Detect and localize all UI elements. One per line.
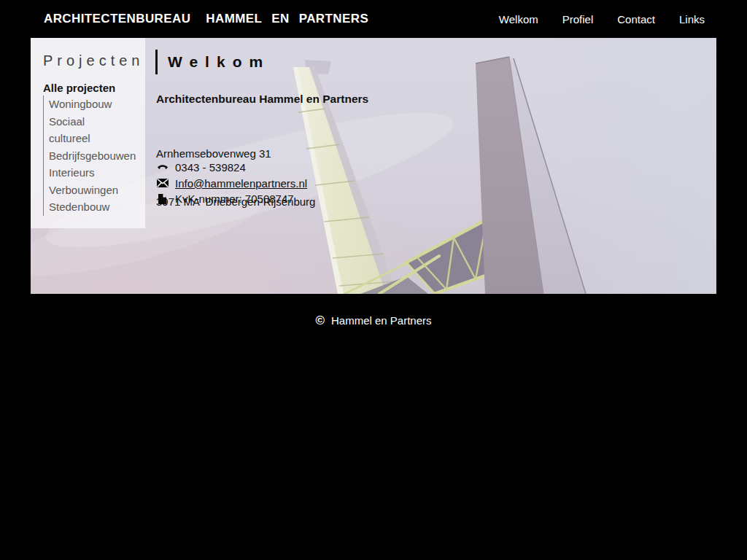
logo-part-2: HAMMEL EN PARTNERS <box>206 12 368 26</box>
sidebar-item-bedrijfsgebouwen[interactable]: Bedrijfsgebouwen <box>49 147 120 165</box>
logo-part-1: ARCHITECTENBUREAU <box>44 12 190 26</box>
projects-sidebar: Projecten Alle projecten Woningbouw Soci… <box>31 38 145 228</box>
main-nav: Welkom Profiel Contact Links <box>499 13 706 26</box>
phone-number: 0343 - 539824 <box>175 161 246 174</box>
sidebar-item-verbouwingen[interactable]: Verbouwingen <box>49 182 120 199</box>
phone-row: 0343 - 539824 <box>156 160 307 176</box>
copyright-icon: © <box>315 314 325 327</box>
sidebar-item-sociaal-cultureel[interactable]: Sociaal cultureel <box>49 113 120 147</box>
footer: © Hammel en Partners <box>31 294 716 338</box>
content-area: Projecten Alle projecten Woningbouw Soci… <box>31 38 716 294</box>
kvk-row: KvK-nummer: 70508747 <box>156 191 307 207</box>
copyright-text: Hammel en Partners <box>331 314 432 327</box>
email-link[interactable]: Info@hammelenpartners.nl <box>175 177 307 190</box>
page-title: Welkom <box>168 53 270 71</box>
document-icon <box>156 194 169 204</box>
kvk-number: KvK-nummer: 70508747 <box>175 192 294 205</box>
nav-item-links[interactable]: Links <box>679 13 705 26</box>
heading-accent-bar <box>155 50 158 74</box>
company-name: Architectenbureau Hammel en Partners <box>156 93 368 106</box>
header: ARCHITECTENBUREAUHAMMEL EN PARTNERS Welk… <box>31 0 716 38</box>
site-logo: ARCHITECTENBUREAUHAMMEL EN PARTNERS <box>44 12 368 26</box>
sidebar-item-woningbouw[interactable]: Woningbouw <box>49 96 120 113</box>
project-list: Woningbouw Sociaal cultureel Bedrijfsgeb… <box>43 96 120 216</box>
nav-item-contact[interactable]: Contact <box>617 13 655 26</box>
page: ARCHITECTENBUREAUHAMMEL EN PARTNERS Welk… <box>31 0 716 338</box>
email-icon <box>156 179 169 187</box>
phone-icon <box>156 163 169 172</box>
sidebar-item-stedenbouw[interactable]: Stedenbouw <box>49 198 120 216</box>
sidebar-item-interieurs[interactable]: Interieurs <box>49 164 120 182</box>
nav-item-welkom[interactable]: Welkom <box>499 13 538 26</box>
nav-item-profiel[interactable]: Profiel <box>562 13 594 26</box>
sidebar-item-alle-projecten[interactable]: Alle projecten <box>43 82 145 94</box>
sidebar-title: Projecten <box>43 52 145 69</box>
contact-list: 0343 - 539824 Info@hammelenpartners.nl K… <box>156 160 307 207</box>
email-row: Info@hammelenpartners.nl <box>156 176 307 192</box>
